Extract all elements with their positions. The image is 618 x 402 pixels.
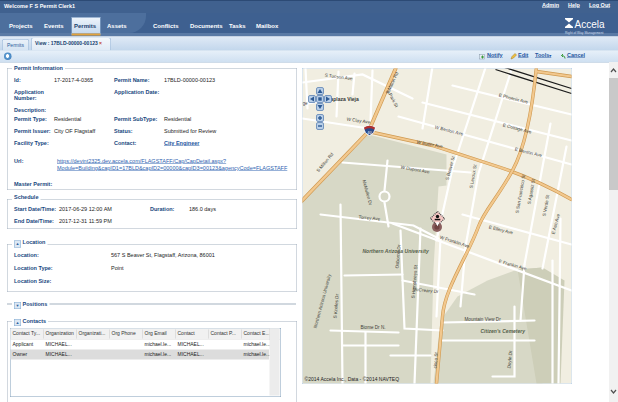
svg-text:Right of Way Management: Right of Way Management [565,31,603,35]
svg-text:Northern Arizona University: Northern Arizona University [363,248,429,254]
svg-text:Mountain View Dr: Mountain View Dr [465,317,502,322]
svg-text:aplaza Vieja: aplaza Vieja [331,96,359,102]
svg-text:Accela: Accela [575,19,605,30]
svg-text:©2014 Accela Inc., Data - ©201: ©2014 Accela Inc., Data - ©2014 NAVTEQ [305,376,400,382]
svg-text:40: 40 [367,130,372,135]
svg-text:Citizen's Cemetery: Citizen's Cemetery [481,328,526,334]
svg-text:ge: ge [303,101,309,106]
svg-text:Biome Dr N.: Biome Dr N. [361,325,386,330]
